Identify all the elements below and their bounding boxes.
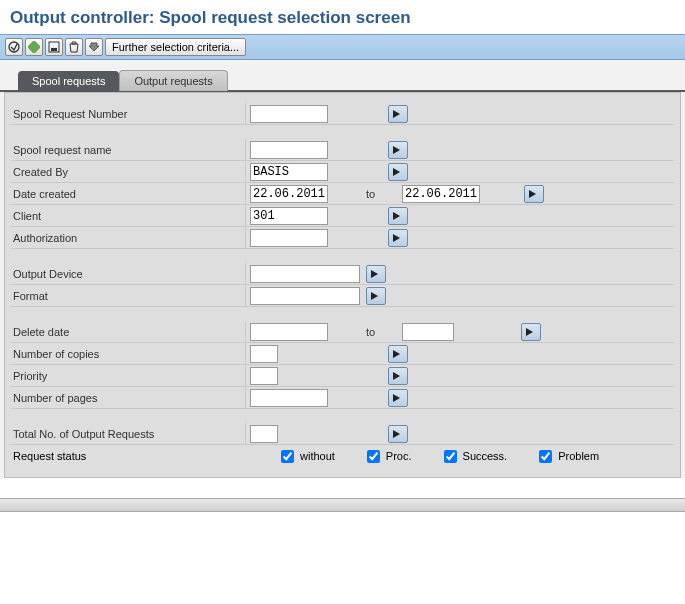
multi-select-button[interactable] [388, 345, 408, 363]
priority-input[interactable] [250, 367, 278, 385]
svg-rect-3 [51, 48, 57, 51]
tab-output-requests[interactable]: Output requests [119, 70, 227, 91]
client-input[interactable] [250, 207, 328, 225]
date-created-from-input[interactable] [250, 185, 328, 203]
label-client: Client [11, 205, 246, 226]
multi-select-button[interactable] [366, 265, 386, 283]
label-number-of-pages: Number of pages [11, 387, 246, 408]
label-to: to [366, 326, 396, 338]
label-date-created: Date created [11, 183, 246, 204]
multi-select-button[interactable] [524, 185, 544, 203]
multi-select-button[interactable] [366, 287, 386, 305]
checkbox-without-label: without [300, 450, 335, 462]
tabstrip: Spool requests Output requests [0, 70, 685, 91]
label-spool-request-name: Spool request name [11, 139, 246, 160]
label-priority: Priority [11, 365, 246, 386]
checkbox-success-label: Success. [463, 450, 508, 462]
number-of-copies-input[interactable] [250, 345, 278, 363]
multi-select-button[interactable] [388, 229, 408, 247]
spool-request-number-input[interactable] [250, 105, 328, 123]
date-created-to-input[interactable] [402, 185, 480, 203]
toolbar: Further selection criteria... [0, 34, 685, 60]
multi-select-button[interactable] [388, 141, 408, 159]
number-of-pages-input[interactable] [250, 389, 328, 407]
page-title: Output controller: Spool request selecti… [0, 0, 685, 34]
further-criteria-button[interactable]: Further selection criteria... [105, 38, 246, 56]
spool-request-name-input[interactable] [250, 141, 328, 159]
label-to: to [366, 188, 396, 200]
checkbox-problem-label: Problem [558, 450, 599, 462]
format-input[interactable] [250, 287, 360, 305]
delete-icon[interactable] [65, 38, 83, 56]
output-device-input[interactable] [250, 265, 360, 283]
label-spool-request-number: Spool Request Number [11, 103, 246, 124]
label-format: Format [11, 285, 246, 306]
delete-date-to-input[interactable] [402, 323, 454, 341]
svg-rect-1 [28, 41, 40, 53]
checkbox-proc-label: Proc. [386, 450, 412, 462]
checkbox-success[interactable] [444, 450, 457, 463]
tab-spool-requests[interactable]: Spool requests [18, 71, 119, 91]
delete-date-from-input[interactable] [250, 323, 328, 341]
label-request-status: Request status [11, 450, 277, 462]
multi-select-button[interactable] [388, 105, 408, 123]
checkbox-problem[interactable] [539, 450, 552, 463]
label-authorization: Authorization [11, 227, 246, 248]
multi-select-button[interactable] [388, 207, 408, 225]
multi-select-button[interactable] [388, 389, 408, 407]
execute-icon[interactable] [5, 38, 23, 56]
total-output-requests-input[interactable] [250, 425, 278, 443]
label-number-of-copies: Number of copies [11, 343, 246, 364]
execute-variant-icon[interactable] [25, 38, 43, 56]
label-output-device: Output Device [11, 263, 246, 284]
multi-select-button[interactable] [521, 323, 541, 341]
checkbox-without[interactable] [281, 450, 294, 463]
multi-select-button[interactable] [388, 163, 408, 181]
form-panel: Spool Request Number Spool request name … [4, 92, 681, 478]
created-by-input[interactable] [250, 163, 328, 181]
checkbox-proc[interactable] [367, 450, 380, 463]
dynamic-selections-icon[interactable] [85, 38, 103, 56]
status-bar [0, 498, 685, 512]
label-total-output-requests: Total No. of Output Requests [11, 423, 246, 444]
save-icon[interactable] [45, 38, 63, 56]
label-delete-date: Delete date [11, 321, 246, 342]
label-created-by: Created By [11, 161, 246, 182]
multi-select-button[interactable] [388, 425, 408, 443]
multi-select-button[interactable] [388, 367, 408, 385]
authorization-input[interactable] [250, 229, 328, 247]
